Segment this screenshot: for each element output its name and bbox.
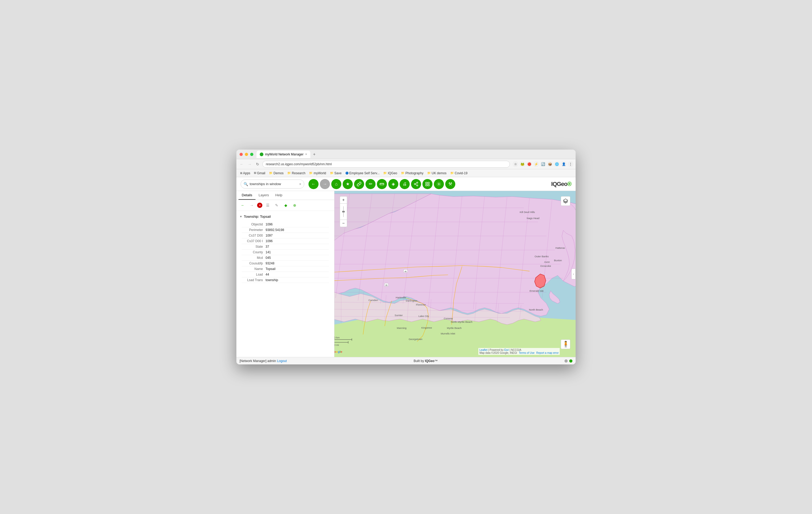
search-box[interactable]: 🔍 × [241, 180, 304, 189]
svg-line-8 [415, 184, 416, 185]
maximize-window-button[interactable] [250, 153, 253, 156]
sidebar-list-button[interactable]: ☰ [264, 201, 271, 209]
sidebar-back-button[interactable]: ← [239, 201, 246, 209]
place-darlington: Darlington [406, 299, 417, 302]
place-hartsville: Hartsville [396, 296, 406, 299]
status-center: Built by IQGeo™ [414, 359, 438, 363]
bookmark-demos[interactable]: 📁 Demos [267, 171, 285, 175]
field-value-cs37d00i: 1096 [265, 239, 273, 243]
active-tab[interactable]: myWorld Network Manager ✕ [257, 151, 310, 158]
streetview-button[interactable]: 🧍 [561, 340, 570, 349]
tab-details[interactable]: Details [238, 191, 256, 200]
grid-button[interactable] [423, 179, 433, 189]
bookmark-photography[interactable]: 📁 Photography [399, 171, 425, 175]
minimize-window-button[interactable] [245, 153, 248, 156]
menu-icon[interactable]: ⋮ [568, 161, 574, 167]
forward-nav-button[interactable]: → [320, 179, 330, 189]
extension-icon6[interactable]: 🌐 [554, 161, 560, 167]
table-row: County 141 [242, 249, 329, 255]
sidebar-edit-button[interactable]: ✎ [273, 201, 280, 209]
svg-text:50 km: 50 km [335, 336, 340, 339]
report-link[interactable]: Report a map error [536, 351, 559, 354]
bookmark-covid[interactable]: 📁 Covid-19 [449, 171, 469, 175]
map-collapse-button[interactable]: ‹ [571, 269, 576, 279]
map-attribution: Leaflet | Powered by Esri | NCCGIA Map d… [478, 348, 560, 355]
bookmark-star-icon[interactable]: ☆ [513, 161, 518, 167]
share-button[interactable] [411, 179, 421, 189]
zoom-out-button[interactable]: − [340, 220, 347, 227]
leaflet-link[interactable]: Leaflet [480, 349, 487, 351]
bookmark-myworld-label: myWorld [314, 171, 326, 175]
table-row: Cs37 D00 1097 [242, 233, 329, 238]
svg-point-7 [416, 185, 418, 186]
bookmarks-button[interactable]: ★ [343, 179, 353, 189]
bookmark-apps[interactable]: ⊞ Apps [238, 171, 252, 175]
svg-text:95: 95 [385, 284, 387, 287]
bookmark-myworld[interactable]: 📁 myWorld [308, 171, 327, 175]
township-header[interactable]: ▼ Township: Topsail [236, 214, 334, 220]
link-button[interactable] [354, 179, 364, 189]
tools-button[interactable]: ⚒ [445, 179, 455, 189]
table-row: Cs37 D00 I 1096 [242, 238, 329, 244]
extension-icon2[interactable]: 🔴 [526, 161, 532, 167]
extension-icon4[interactable]: 🔄 [540, 161, 546, 167]
back-button[interactable]: ← [238, 161, 245, 167]
field-value-cs37d00: 1097 [265, 234, 273, 237]
map-area[interactable]: 95 40 Kill Devil Hills Nags Head Hattera… [335, 191, 576, 357]
sidebar-pin-button[interactable]: ◆ [282, 201, 289, 209]
extension-icon1[interactable]: 🐸 [519, 161, 525, 167]
place-camden: Camden [368, 299, 378, 302]
measure-button[interactable] [377, 179, 387, 189]
extension-icon3[interactable]: ⚡ [533, 161, 539, 167]
folder-icon1: 📁 [269, 171, 273, 175]
field-value-objectid: 1096 [265, 222, 273, 226]
bookmark-gmail[interactable]: M Gmail [252, 171, 267, 175]
bookmark-employee[interactable]: 🔵 Employee Self Serv... [344, 171, 381, 175]
bookmark-uk-demos[interactable]: 📁 UK demos [426, 171, 448, 175]
trademark-symbol: ™ [434, 359, 438, 363]
extension-icon5[interactable]: 📦 [547, 161, 553, 167]
folder-icon6: 📁 [401, 171, 405, 175]
titlebar: myWorld Network Manager ✕ + [236, 150, 576, 159]
terms-link[interactable]: Terms of Use [519, 351, 534, 354]
search-icon: 🔍 [243, 182, 248, 186]
plugin-button[interactable] [434, 179, 444, 189]
sidebar-close-button[interactable]: ✕ [257, 202, 262, 208]
tab-bar: myWorld Network Manager ✕ + [257, 151, 573, 158]
place-buxton: Buxton [554, 259, 562, 262]
navigate-button[interactable]: ◈ [388, 179, 398, 189]
zoom-in-button[interactable]: + [340, 196, 347, 204]
bookmark-save[interactable]: 📁 Save [328, 171, 343, 175]
reload-button[interactable]: ↻ [254, 161, 261, 167]
print-button[interactable]: 🖨 [400, 179, 410, 189]
tab-close-icon[interactable]: ✕ [305, 153, 307, 156]
logout-button[interactable]: Logout [277, 359, 287, 363]
zoom-slider[interactable] [340, 204, 347, 220]
folder-icon2: 📁 [287, 171, 291, 175]
table-row: Perimeter 93892.54198 [242, 227, 329, 233]
bookmark-iqgeo[interactable]: 📁 IQGeo [382, 171, 399, 175]
search-clear-icon[interactable]: × [299, 182, 301, 186]
field-value-perimeter: 93892.54198 [265, 228, 284, 232]
close-window-button[interactable] [239, 153, 243, 156]
back-nav-button[interactable]: ← [309, 179, 319, 189]
edit-button[interactable]: ✏ [366, 179, 376, 189]
esri-link[interactable]: Esri [504, 349, 509, 351]
address-input[interactable] [262, 161, 510, 168]
svg-rect-12 [426, 184, 427, 186]
tab-layers[interactable]: Layers [256, 191, 272, 200]
addressbar: ← → ↻ ☆ 🐸 🔴 ⚡ 🔄 📦 🌐 👤 ⋮ [236, 159, 576, 169]
home-button[interactable]: ⌂ [331, 179, 341, 189]
sidebar-forward-button[interactable]: → [248, 201, 256, 209]
apps-icon: ⊞ [240, 171, 242, 174]
forward-button[interactable]: → [246, 161, 253, 167]
tab-help[interactable]: Help [272, 191, 286, 200]
new-tab-button[interactable]: + [311, 152, 317, 157]
sidebar-zoom-button[interactable]: ⊕ [291, 201, 298, 209]
map-layers-button[interactable] [561, 196, 570, 206]
bookmark-iqgeo-label: IQGeo [388, 171, 397, 175]
bookmark-research[interactable]: 📁 Research [286, 171, 307, 175]
search-input[interactable] [250, 182, 298, 186]
profile-icon[interactable]: 👤 [561, 161, 567, 167]
place-kill-devil-hills: Kill Devil Hills [520, 211, 535, 214]
